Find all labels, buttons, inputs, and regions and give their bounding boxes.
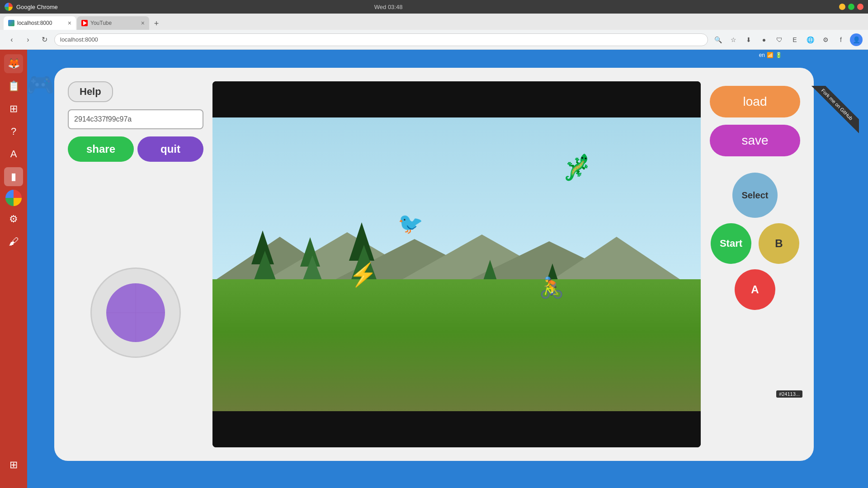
- load-button[interactable]: load: [710, 86, 800, 117]
- taskbar-apps[interactable]: ⊞: [4, 99, 23, 118]
- taskbar-files[interactable]: 📋: [4, 77, 23, 96]
- datetime: Wed 03:48: [374, 4, 403, 10]
- a-button[interactable]: A: [735, 269, 775, 310]
- battery-icon: 🔋: [775, 52, 782, 58]
- taskbar: 🦊 📋 ⊞ ? A ▮ ⚙ 🖌 ⊞: [0, 50, 27, 488]
- dpad-inner: [106, 283, 165, 342]
- game-ground: [212, 279, 701, 412]
- ext1-icon[interactable]: ⬇: [742, 33, 755, 46]
- game-mountains-svg: [212, 228, 701, 282]
- tab-bar: localhost:8000 × YouTube × +: [0, 14, 868, 30]
- game-screen: 🦎 🐦 ⚡ 🚴: [212, 81, 701, 447]
- quit-button[interactable]: quit: [137, 136, 203, 162]
- taskbar-chrome[interactable]: [5, 190, 22, 206]
- bookmark-icon[interactable]: ☆: [727, 33, 740, 46]
- system-tray: en 📶 🔋: [759, 52, 782, 58]
- bg-deco-1: 🎮: [26, 72, 54, 98]
- forward-button[interactable]: ›: [22, 33, 34, 46]
- new-tab-button[interactable]: +: [150, 17, 163, 30]
- taskbar-firefox[interactable]: 🦊: [4, 54, 23, 73]
- dpad[interactable]: [90, 267, 181, 358]
- taskbar-amazon[interactable]: A: [4, 145, 23, 164]
- b-button[interactable]: B: [759, 223, 799, 264]
- url-text: localhost:8000: [60, 36, 98, 43]
- fork-banner[interactable]: Fork me on GitHub: [806, 86, 859, 136]
- tab-favicon-1: [8, 20, 14, 26]
- address-bar: ‹ › ↻ localhost:8000 🔍 ☆ ⬇ ● 🛡 E 🌐 ⚙ f 👤: [0, 30, 868, 50]
- tab-youtube-label: YouTube: [90, 20, 112, 26]
- back-button[interactable]: ‹: [5, 33, 18, 46]
- lang-indicator[interactable]: en: [759, 52, 765, 58]
- counter-badge: #24113...: [776, 390, 802, 398]
- fb-icon[interactable]: f: [835, 33, 847, 46]
- taskbar-paint[interactable]: 🖌: [4, 232, 23, 251]
- taskbar-help[interactable]: ?: [4, 122, 23, 141]
- game-canvas: 🦎 🐦 ⚡ 🚴: [212, 81, 701, 447]
- tab-localhost-label: localhost:8000: [17, 20, 52, 26]
- tab-localhost[interactable]: localhost:8000 ×: [4, 16, 76, 30]
- game-scene: 🦎 🐦 ⚡ 🚴: [212, 117, 701, 411]
- ext4-icon[interactable]: E: [788, 33, 801, 46]
- game-buttons-grid: Select Start B A: [710, 173, 800, 310]
- browser-title: Google Chrome: [16, 4, 58, 10]
- help-button[interactable]: Help: [68, 81, 113, 102]
- game-bottom-bar: [212, 411, 701, 447]
- taskbar-terminal[interactable]: ▮: [4, 167, 23, 186]
- browser-titlebar: Google Chrome Wed 03:48: [0, 0, 868, 14]
- profile-icon[interactable]: 👤: [850, 33, 863, 46]
- trainer-character: 🚴: [539, 276, 564, 300]
- minimize-button[interactable]: [839, 4, 845, 10]
- ground-pokemon: ⚡: [349, 262, 377, 288]
- window-controls: [839, 4, 863, 10]
- dpad-hline: [106, 312, 165, 313]
- ext6-icon[interactable]: ⚙: [819, 33, 832, 46]
- dpad-outer: [90, 267, 181, 358]
- fork-banner-container: Fork me on GitHub: [791, 86, 859, 154]
- chrome-icon: [5, 3, 13, 11]
- title-area: Google Chrome: [5, 3, 58, 11]
- tab-favicon-2: [81, 20, 88, 26]
- dpad-container: [68, 178, 203, 447]
- ext3-icon[interactable]: 🛡: [773, 33, 786, 46]
- url-field[interactable]: localhost:8000: [54, 33, 708, 46]
- game-container: Help share quit: [54, 68, 814, 461]
- save-button[interactable]: save: [710, 125, 800, 156]
- page-content: 🎮 ⊕ 🎮 🎮 ◈ 🎮 🎮 🎮 🦊 📋 ⊞ ? A ▮ ⚙ 🖌 ⊞ Help s…: [0, 50, 868, 488]
- start-button[interactable]: Start: [711, 223, 751, 264]
- flygon-character: 🦎: [562, 153, 593, 182]
- flying-pokemon: 🐦: [398, 211, 423, 235]
- left-panel: Help share quit: [68, 81, 203, 447]
- toolbar-icons: 🔍 ☆ ⬇ ● 🛡 E 🌐 ⚙ f 👤: [712, 33, 863, 46]
- zoom-icon[interactable]: 🔍: [712, 33, 724, 46]
- reload-button[interactable]: ↻: [38, 33, 51, 46]
- action-buttons: share quit: [68, 136, 203, 162]
- share-button[interactable]: share: [68, 136, 134, 162]
- ext5-icon[interactable]: 🌐: [804, 33, 816, 46]
- share-id-input[interactable]: [68, 109, 203, 129]
- tab-youtube[interactable]: YouTube ×: [77, 16, 149, 30]
- network-icon: 📶: [767, 52, 774, 58]
- taskbar-apps2[interactable]: ⊞: [4, 455, 23, 474]
- game-top-bar: [212, 81, 701, 117]
- ext2-icon[interactable]: ●: [758, 33, 770, 46]
- close-button[interactable]: [857, 4, 863, 10]
- tab-close-2[interactable]: ×: [141, 19, 145, 27]
- taskbar-steam[interactable]: ⚙: [4, 210, 23, 229]
- select-button[interactable]: Select: [732, 173, 778, 218]
- tab-close-1[interactable]: ×: [68, 19, 71, 27]
- maximize-button[interactable]: [848, 4, 854, 10]
